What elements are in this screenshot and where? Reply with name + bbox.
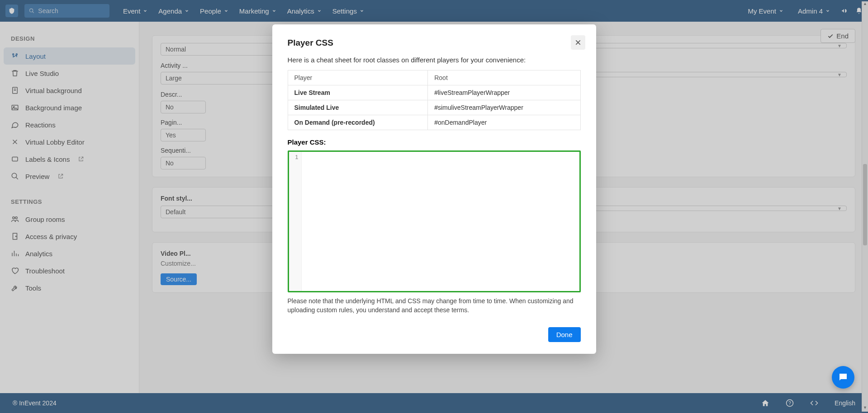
th-root: Root bbox=[428, 70, 580, 85]
modal-title: Player CSS bbox=[288, 38, 581, 48]
player-css-label: Player CSS: bbox=[288, 138, 581, 146]
done-button[interactable]: Done bbox=[548, 327, 581, 342]
cheat-sheet-table: Player Root Live Stream#liveStreamPlayer… bbox=[288, 70, 581, 130]
modal-note: Please note that the underlying HTML and… bbox=[288, 297, 581, 314]
modal-close-button[interactable] bbox=[571, 35, 585, 50]
player-css-modal: Player CSS Here is a cheat sheet for roo… bbox=[272, 24, 596, 354]
chat-bubble-icon bbox=[838, 372, 849, 383]
table-row: Live Stream#liveStreamPlayerWrapper bbox=[288, 85, 580, 100]
close-icon bbox=[574, 39, 582, 46]
line-gutter: 1 bbox=[289, 152, 302, 291]
chat-fab[interactable] bbox=[832, 366, 854, 389]
css-code-editor[interactable]: 1 bbox=[288, 150, 581, 292]
table-row: Simulated Live#simuliveStreamPlayerWrapp… bbox=[288, 100, 580, 115]
css-code-area[interactable] bbox=[302, 152, 579, 291]
modal-description: Here is a cheat sheet for root classes o… bbox=[288, 56, 581, 64]
th-player: Player bbox=[288, 70, 428, 85]
table-row: On Demand (pre-recorded)#onDemandPlayer bbox=[288, 115, 580, 130]
